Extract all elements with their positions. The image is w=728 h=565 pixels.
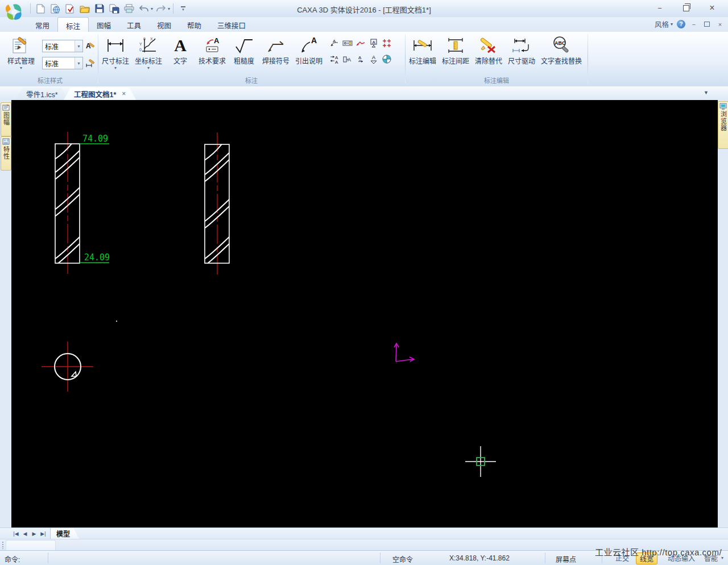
new-file-icon[interactable] [34,2,47,15]
window-title: CAXA 3D 实体设计2016 - [工程图文档1*] [228,4,500,15]
minimize-button[interactable]: − [648,2,671,14]
properties-panel-icon [2,138,10,145]
prev-sheet-button[interactable]: ◀ [20,529,30,538]
dimension-button[interactable]: 尺寸标注 ▾ [99,33,132,70]
ribbon-tab-3d-interface[interactable]: 三维接口 [209,17,254,32]
tolerance-dimension-icon[interactable] [342,38,353,49]
doc-tab-part1[interactable]: 零件1.ics* [16,88,68,100]
annotate-small-tools: A A AA A [329,38,394,68]
style-menu[interactable]: 风格 ▾ [655,19,673,30]
svg-text:0: 0 [139,48,142,52]
svg-text:A: A [311,36,317,45]
center-mark-pattern-icon[interactable] [381,38,392,49]
command-prompt-label: 命令: [5,554,20,564]
svg-text:A: A [348,57,351,63]
svg-text:A: A [214,36,220,45]
restore-button[interactable] [675,2,697,14]
text-style-edit-icon[interactable]: A [85,40,96,52]
angle-dimension-icon[interactable]: A [329,38,340,49]
tab-close-icon[interactable]: × [122,90,126,98]
datum-target-icon[interactable]: A [368,53,379,65]
clear-override-icon [479,35,498,56]
sheet-tab-bar: |◀ ◀ ▶ ▶| 模型 [0,527,728,539]
clear-override-button[interactable]: 清除替代 [472,33,505,65]
command-state: 空命令 [392,554,413,564]
first-sheet-button[interactable]: |◀ [11,529,20,538]
svg-text:74.09: 74.09 [82,134,108,144]
mdi-restore-button[interactable] [702,20,712,28]
svg-text:Y: Y [139,42,142,46]
command-input-area[interactable] [6,540,56,551]
dimension-drive-button[interactable]: 尺寸驱动 [505,33,538,65]
redo-dropdown-icon[interactable]: ▾ [168,6,170,11]
ribbon-tab-help[interactable]: 帮助 [179,17,209,32]
datum-feature-icon[interactable]: A [368,38,379,49]
text-style-combo[interactable]: 标准 ▾ [42,40,83,52]
jog-leader-icon[interactable] [355,38,366,49]
dim-style-edit-icon[interactable] [85,57,96,69]
dim-style-combo[interactable]: 标准 ▾ [42,57,83,69]
text-leader-icon[interactable]: A [355,53,366,65]
surface-roughness-icon [234,35,254,56]
origin-axes [394,343,414,362]
new-from-template-icon[interactable] [48,2,62,15]
svg-text:X: X [150,37,153,41]
dimension-74[interactable]: 74.09 [80,134,109,144]
panel-tab-properties[interactable]: 特性 [1,136,11,171]
sheet-tab-model[interactable]: 模型 [50,528,79,539]
close-button[interactable]: × [701,2,723,14]
command-bar-grip[interactable] [2,541,4,549]
tab-list-dropdown-icon[interactable]: ▼ [704,90,709,95]
help-icon[interactable]: ? [677,20,685,28]
open-file-icon[interactable] [78,2,92,15]
dimension-drive-icon [511,35,532,56]
ribbon-tab-tools[interactable]: 工具 [119,17,149,32]
weld-symbol-button[interactable]: 焊接符号 [259,33,292,65]
find-replace-text-button[interactable]: ABC 文字查找替换 [538,33,585,65]
style-manager-icon [11,35,31,56]
pick-mode[interactable]: 屏幕点 [556,554,576,564]
ribbon-tab-view[interactable]: 视图 [149,17,179,32]
group-annotation-style: 样式管理 ▾ 标准 ▾ A 标准 ▾ [2,32,98,86]
crosshair-cursor [465,446,496,477]
redo-icon[interactable] [154,2,168,15]
view-drill-side-left [53,132,81,277]
last-sheet-button[interactable]: ▶| [39,529,48,538]
text-icon: A [174,35,187,56]
text-swap-icon[interactable]: AA [329,53,340,65]
dimension-24[interactable]: 24.09 [80,252,110,263]
mdi-restore-icon [704,22,710,27]
dimension-spacing-button[interactable]: 标注间距 [439,33,472,65]
watermark: 工业云社区 http://top.caxa.com/ [595,546,722,558]
technical-requirement-button[interactable]: A 技术要求 [196,33,229,65]
panel-tab-browser[interactable]: 浏览器 [718,101,728,149]
text-fit-icon[interactable]: A [342,53,353,65]
drawing-canvas[interactable]: 74.09 24.09 [11,100,718,527]
save-as-icon[interactable] [107,2,121,15]
undo-dropdown-icon[interactable]: ▾ [151,6,153,11]
mdi-minimize-button[interactable]: − [689,20,698,28]
new-drawing-icon[interactable] [63,2,77,15]
surface-roughness-button[interactable]: 粗糙度 [229,33,259,65]
ribbon-tab-sheet[interactable]: 图幅 [89,17,119,32]
ribbon-tab-annotate[interactable]: 标注 [57,17,89,32]
leader-note-button[interactable]: A 引出说明 [292,33,325,65]
center-mark-circle-icon[interactable] [381,53,392,65]
coordinate-dimension-button[interactable]: 0XY0 坐标标注 ▾ [132,33,165,70]
save-icon[interactable] [93,2,106,15]
text-button[interactable]: A 文字 [165,33,196,65]
workspace: 图幅 特性 浏览器 [0,100,728,527]
cursor-coordinates: X:34.818, Y:-41.862 [449,554,510,562]
app-logo[interactable] [3,1,24,23]
style-manager-button[interactable]: 样式管理 ▾ [5,33,38,70]
mdi-close-button[interactable]: × [715,20,725,28]
divider [545,552,545,563]
undo-icon[interactable] [137,2,151,15]
doc-tab-drawing1[interactable]: 工程图文档1* × [64,88,136,100]
ribbon-tab-common[interactable]: 常用 [27,17,57,32]
panel-tab-sheet[interactable]: 图幅 [1,102,11,136]
next-sheet-button[interactable]: ▶ [30,529,39,538]
edit-dimension-button[interactable]: 标注编辑 [406,33,439,65]
print-icon[interactable] [122,2,136,15]
customize-qat-icon[interactable]: ▾ [176,2,190,15]
